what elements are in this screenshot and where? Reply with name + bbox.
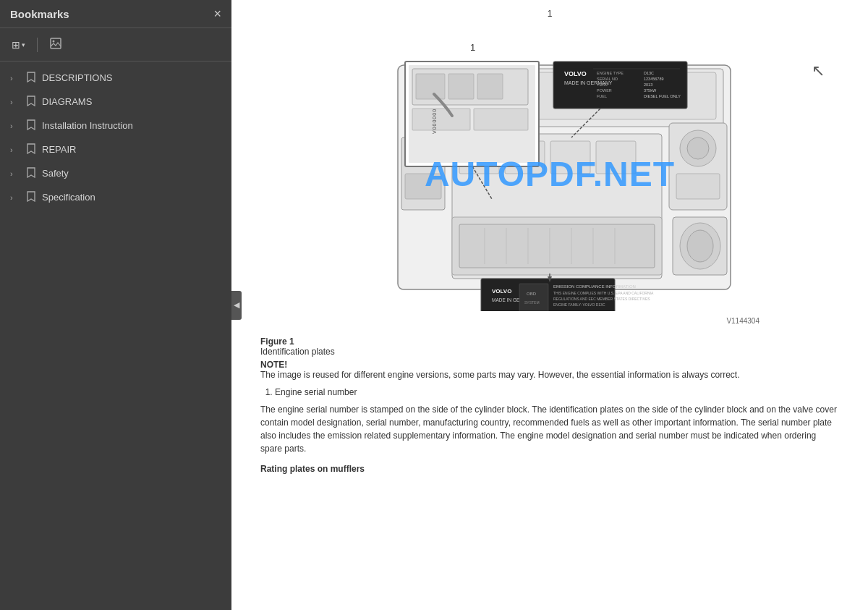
sidebar-item-label-safety: Safety [42, 168, 69, 179]
svg-text:FUEL: FUEL [597, 94, 607, 98]
sidebar-item-label-repair: REPAIR [42, 144, 76, 155]
sidebar-item-diagrams[interactable]: › DIAGRAMS [0, 90, 231, 114]
sidebar-toolbar: ⊞ ▾ [0, 28, 231, 62]
list-item: Engine serial number [275, 387, 839, 397]
svg-text:YEAR: YEAR [597, 82, 608, 87]
sidebar: Bookmarks × ⊞ ▾ › [0, 0, 231, 610]
main-content: ↖ 1 AUTOPDF.NET [231, 0, 868, 610]
chevron-icon: › [10, 74, 20, 82]
svg-rect-19 [596, 141, 636, 174]
svg-text:VOLVO: VOLVO [492, 288, 511, 295]
toolbar-divider [37, 38, 38, 52]
bookmark-icon [26, 143, 36, 156]
svg-point-10 [687, 137, 709, 159]
chevron-icon: › [10, 122, 20, 130]
sidebar-item-specification[interactable]: › Specification [0, 185, 231, 209]
chevron-icon: › [10, 193, 20, 202]
svg-rect-0 [51, 38, 61, 48]
sidebar-item-label-diagrams: DIAGRAMS [42, 96, 92, 107]
figure-title: Figure 1 [260, 336, 839, 347]
sidebar-item-installation[interactable]: › Installation Instruction [0, 114, 231, 137]
sidebar-item-safety[interactable]: › Safety [0, 161, 231, 185]
svg-rect-36 [474, 109, 528, 130]
svg-rect-32 [416, 74, 445, 99]
svg-rect-33 [448, 74, 474, 99]
chevron-icon: › [10, 145, 20, 154]
svg-text:POWER: POWER [597, 88, 612, 93]
grid-view-button[interactable]: ⊞ ▾ [7, 36, 30, 54]
bookmark-icon [26, 190, 36, 204]
image-reference: V1144304 [340, 317, 760, 325]
svg-rect-18 [550, 141, 590, 174]
svg-text:REGULATIONS AND EEC MEMBER STA: REGULATIONS AND EEC MEMBER STATES DIRECT… [553, 297, 650, 301]
figure-number: 1 [548, 9, 553, 19]
svg-text:375kW: 375kW [644, 88, 657, 93]
sidebar-item-label-specification: Specification [42, 192, 95, 203]
bookmark-icon [26, 166, 36, 180]
engine-diagram-svg: V000000 VOLVO MADE IN GERMANY ENGINE TYP… [340, 22, 760, 311]
dropdown-arrow-icon: ▾ [22, 41, 25, 48]
svg-rect-61 [519, 284, 548, 311]
svg-text:EMISSION COMPLIANCE INFORMATIO: EMISSION COMPLIANCE INFORMATION [553, 284, 636, 289]
sidebar-item-descriptions[interactable]: › DESCRIPTIONS [0, 66, 231, 90]
section-heading: Rating plates on mufflers [260, 464, 839, 474]
sidebar-item-repair[interactable]: › REPAIR [0, 137, 231, 161]
svg-rect-7 [405, 174, 441, 199]
bookmark-icon [26, 119, 36, 132]
svg-text:D13C: D13C [644, 71, 654, 75]
collapse-sidebar-button[interactable]: ◀ [231, 291, 242, 320]
note-label: NOTE! [260, 360, 287, 370]
chevron-icon: › [10, 169, 20, 178]
body-paragraph: The engine serial number is stamped on t… [260, 403, 839, 455]
svg-text:DIESEL FUEL ONLY: DIESEL FUEL ONLY [644, 94, 681, 98]
svg-text:1: 1 [470, 42, 475, 53]
bookmark-icon [26, 95, 36, 109]
svg-text:ENGINE TYPE: ENGINE TYPE [597, 71, 624, 75]
chevron-icon: › [10, 98, 20, 106]
svg-rect-35 [412, 109, 470, 130]
svg-text:ENGINE FAMILY: VOLVO D13C: ENGINE FAMILY: VOLVO D13C [553, 302, 605, 307]
item-list: Engine serial number [260, 387, 839, 397]
svg-text:123456789: 123456789 [644, 77, 664, 81]
engine-diagram-wrapper: 1 AUTOPDF.NET [260, 22, 839, 325]
figure-subtitle: Identification plates [260, 347, 839, 357]
sidebar-item-label-installation: Installation Instruction [42, 120, 133, 131]
svg-point-14 [687, 230, 713, 262]
note-text: The image is reused for different engine… [260, 370, 839, 380]
image-icon [49, 37, 62, 52]
svg-text:THIS ENGINE COMPLIES WITH U.S.: THIS ENGINE COMPLIES WITH U.S. EPA AND C… [553, 291, 654, 295]
image-view-button[interactable] [45, 34, 67, 55]
svg-rect-34 [477, 74, 503, 99]
sidebar-header: Bookmarks × [0, 0, 231, 28]
svg-point-1 [53, 41, 55, 43]
close-button[interactable]: × [213, 7, 221, 20]
svg-text:SYSTEM: SYSTEM [524, 300, 540, 305]
svg-rect-21 [459, 224, 655, 268]
svg-text:V000000: V000000 [432, 109, 437, 134]
bookmark-icon [26, 71, 36, 85]
svg-text:VOLVO: VOLVO [564, 70, 587, 77]
bookmark-list: › DESCRIPTIONS › DIAGRAMS › [0, 62, 231, 610]
sidebar-item-label-descriptions: DESCRIPTIONS [42, 72, 113, 83]
svg-rect-11 [676, 174, 720, 199]
svg-text:OBD: OBD [527, 292, 537, 296]
svg-text:2013: 2013 [644, 82, 652, 87]
svg-text:SERIAL NO: SERIAL NO [597, 77, 618, 81]
figure-caption: Figure 1 Identification plates NOTE! The… [260, 336, 839, 380]
sidebar-title: Bookmarks [10, 8, 69, 20]
grid-icon: ⊞ [12, 39, 20, 51]
